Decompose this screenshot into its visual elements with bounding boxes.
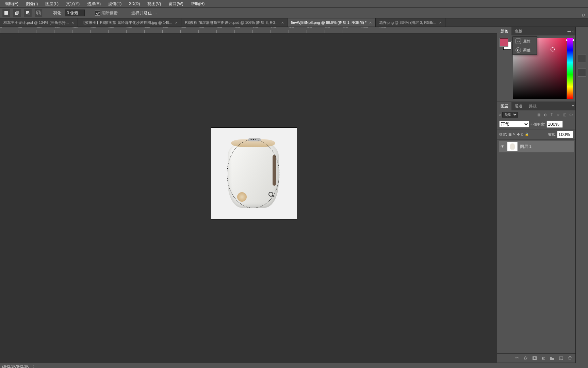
menu-item-label: 调整	[523, 48, 530, 53]
selection-new-icon[interactable]	[2, 9, 10, 17]
search-icon: ⌕	[499, 113, 501, 117]
fill-label: 填充:	[548, 132, 556, 137]
fill-input[interactable]	[557, 131, 573, 138]
layer-style-icon[interactable]: fx	[523, 356, 528, 361]
lock-artboard-icon[interactable]: ⧉	[521, 133, 523, 137]
new-layer-icon[interactable]	[558, 356, 564, 361]
close-icon[interactable]: ×	[71, 20, 74, 25]
menu-view[interactable]: 视图(V)	[145, 1, 164, 7]
svg-rect-5	[37, 11, 40, 14]
panel-close-icon[interactable]: ×	[572, 29, 574, 33]
filter-smart-icon[interactable]: ◫	[562, 112, 567, 117]
antialias-checkbox[interactable]: 消除锯齿	[95, 10, 118, 16]
canvas-area[interactable]: 0501001502002503003504004505005506006507…	[0, 27, 497, 363]
layer-filter-type[interactable]: 类型	[502, 112, 518, 118]
close-icon[interactable]: ×	[369, 20, 372, 25]
status-expand-icon[interactable]: 〉	[33, 364, 36, 368]
menu-type[interactable]: 文字(Y)	[63, 1, 82, 7]
menu-item-properties[interactable]: ▭属性	[513, 37, 537, 46]
collapsed-panel-icon[interactable]	[578, 54, 586, 62]
tab-paths[interactable]: 路径	[526, 102, 540, 110]
tab-swatches[interactable]: 色板	[511, 27, 526, 35]
svg-rect-0	[4, 11, 8, 15]
collapsed-panel-strip	[575, 27, 588, 363]
doc-tab-1[interactable]: 【效果图】PS插画篇-鼠绘扁平化沙滩插图.jpg @ 149...×	[78, 18, 181, 27]
filter-shape-icon[interactable]: ▱	[556, 112, 560, 117]
menu-edit[interactable]: 编辑(E)	[2, 1, 21, 7]
lock-all-icon[interactable]: 🔒	[525, 133, 529, 136]
document-tabs: 租车主图设计.psd @ 134% (三角形拷...× 【效果图】PS插画篇-鼠…	[0, 18, 588, 27]
doc-tab-label: 5evWj5BNp8.png @ 68.8% (图层 1, RGB/8) *	[291, 20, 366, 25]
layer-row[interactable]: 👁 图层 1	[499, 140, 574, 153]
menu-image[interactable]: 图像(I)	[23, 1, 40, 7]
ruler-horizontal: 0501001502002503003504004505005506006507…	[0, 27, 497, 33]
menu-item-adjust[interactable]: ◐调整	[513, 46, 537, 55]
menu-help[interactable]: 帮助(H)	[188, 1, 208, 7]
doc-tab-2[interactable]: PS教程-加湿器电商主图设计.psd @ 106% (图层 8, RG...×	[181, 18, 288, 27]
link-layers-icon[interactable]	[514, 356, 520, 361]
lock-position-icon[interactable]: ✥	[517, 133, 520, 136]
opacity-label: 不透明度:	[530, 122, 545, 127]
antialias-label: 消除锯齿	[101, 10, 118, 16]
search-icon[interactable]: ⌕	[582, 12, 585, 18]
filter-toggle-icon[interactable]: ⏻	[569, 112, 573, 117]
tab-layers[interactable]: 图层	[497, 102, 511, 110]
layer-group-icon[interactable]	[550, 356, 555, 361]
zoom-cursor-icon	[268, 192, 274, 197]
selection-intersect-icon[interactable]	[35, 9, 43, 17]
menu-item-label: 属性	[523, 39, 530, 44]
doc-tab-3[interactable]: 5evWj5BNp8.png @ 68.8% (图层 1, RGB/8) *×	[288, 18, 376, 27]
blend-mode-select[interactable]: 正常	[499, 121, 529, 127]
color-swatches[interactable]	[500, 38, 510, 48]
hue-slider[interactable]	[567, 38, 573, 99]
close-icon[interactable]: ×	[281, 20, 284, 25]
selection-subtract-icon[interactable]	[24, 9, 32, 17]
lock-brush-icon[interactable]: ✎	[513, 133, 516, 136]
layers-panel: 图层 通道 路径 ≡ ⌕ 类型 ▦ ◐ T ▱ ◫ ⏻	[497, 102, 575, 363]
color-panel: 颜色 色板 ◂◂ × ▭属性 ◐调整	[497, 27, 575, 102]
picker-indicator	[551, 47, 555, 51]
menu-layer[interactable]: 图层(L)	[43, 1, 61, 7]
panel-context-menu: ▭属性 ◐调整	[512, 36, 537, 55]
foreground-color[interactable]	[500, 38, 508, 46]
layer-thumbnail[interactable]	[507, 142, 518, 151]
menu-filter[interactable]: 滤镜(T)	[105, 1, 124, 7]
visibility-toggle-icon[interactable]: 👁	[500, 144, 505, 149]
filter-adjust-icon[interactable]: ◐	[543, 112, 548, 117]
menu-select[interactable]: 选择(S)	[84, 1, 103, 7]
selection-add-icon[interactable]	[13, 9, 21, 17]
svg-point-8	[534, 357, 536, 359]
layer-list: 👁 图层 1	[497, 140, 575, 353]
collapsed-panel-icon[interactable]	[578, 68, 586, 77]
feather-input[interactable]	[65, 10, 85, 16]
adjustment-layer-icon[interactable]: ◐	[541, 356, 546, 361]
close-icon[interactable]: ×	[175, 20, 178, 25]
lock-transparent-icon[interactable]: ▦	[508, 133, 511, 136]
tab-channels[interactable]: 通道	[511, 102, 526, 110]
doc-tab-label: PS教程-加湿器电商主图设计.psd @ 106% (图层 8, RG...	[185, 20, 278, 25]
select-and-mask-button[interactable]: 选择并遮住 …	[131, 10, 157, 16]
tab-color[interactable]: 颜色	[497, 27, 511, 35]
doc-tab-4[interactable]: 花卉.png @ 334% (图层 3, RGB/...×	[376, 18, 445, 27]
layer-name[interactable]: 图层 1	[520, 144, 532, 150]
selection-marquee	[227, 139, 279, 208]
doc-tab-label: 【效果图】PS插画篇-鼠绘扁平化沙滩插图.jpg @ 149...	[81, 20, 173, 25]
opacity-input[interactable]	[546, 121, 563, 128]
workspace: 0501001502002503003504004505005506006507…	[0, 27, 588, 363]
menu-window[interactable]: 窗口(W)	[166, 1, 186, 7]
document-image	[228, 141, 279, 208]
document-canvas[interactable]	[211, 128, 297, 219]
panel-collapse-icon[interactable]: ◂◂	[567, 29, 571, 33]
panel-menu-icon[interactable]: ≡	[571, 104, 574, 109]
close-icon[interactable]: ×	[439, 20, 442, 25]
status-bar: j:642.3K/642.3K 〉	[0, 363, 588, 368]
layer-mask-icon[interactable]	[532, 356, 537, 361]
delete-layer-icon[interactable]	[567, 356, 573, 361]
feather-label: 羽化:	[53, 10, 62, 16]
menu-3d[interactable]: 3D(D)	[126, 1, 143, 6]
filter-type-icon[interactable]: T	[549, 112, 554, 117]
filter-pixel-icon[interactable]: ▦	[536, 112, 541, 117]
doc-size-info[interactable]: j:642.3K/642.3K	[2, 364, 29, 368]
options-bar: 羽化: 消除锯齿 选择并遮住 … ⌕	[0, 8, 588, 18]
doc-tab-0[interactable]: 租车主图设计.psd @ 134% (三角形拷...×	[0, 18, 78, 27]
